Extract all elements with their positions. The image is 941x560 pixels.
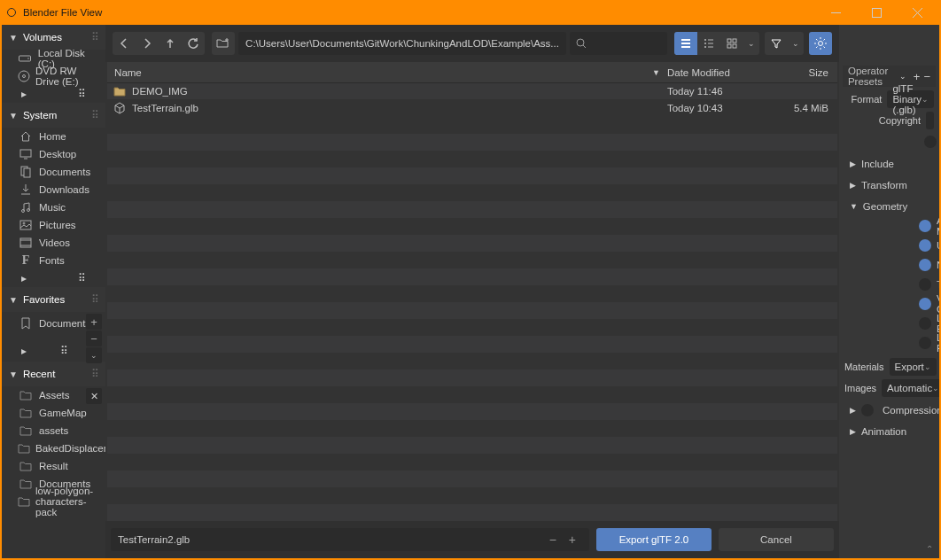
favorite-menu-button[interactable]: ⌄ (86, 347, 102, 363)
recent-item[interactable]: GameMap (2, 404, 105, 422)
parent-button[interactable] (159, 32, 182, 55)
column-name[interactable]: Name▼ (107, 67, 667, 78)
forward-button[interactable] (136, 32, 159, 55)
svg-rect-1 (872, 8, 881, 17)
checkbox-icon[interactable] (919, 239, 931, 252)
svg-point-24 (704, 39, 706, 41)
folder-icon (18, 496, 30, 507)
checkbox-icon[interactable] (919, 337, 931, 349)
system-videos[interactable]: Videos (2, 234, 105, 252)
transform-section[interactable]: ▶Transform (839, 175, 939, 195)
column-headers: Name▼ Date Modified Size (107, 62, 837, 83)
opt-tangents[interactable]: Tangents (839, 275, 939, 294)
checkbox-icon[interactable] (861, 404, 874, 416)
grip-icon[interactable]: ⠿ (91, 368, 98, 380)
checkbox-icon[interactable] (919, 278, 931, 291)
decrement-button[interactable]: − (543, 533, 563, 547)
volumes-header[interactable]: ▼ Volumes ⠿ (2, 25, 105, 50)
remember-checkbox[interactable] (924, 136, 937, 148)
path-input[interactable]: C:\Users\User\Documents\GitWork\Chunking… (238, 32, 566, 55)
cancel-button[interactable]: Cancel (719, 528, 834, 551)
system-desktop[interactable]: Desktop (2, 145, 105, 163)
back-button[interactable] (113, 32, 136, 55)
file-row-file[interactable]: TestTerrain.glb Today 10:43 5.4 MiB (107, 100, 837, 117)
new-folder-button[interactable] (212, 32, 235, 55)
images-dropdown[interactable]: Automatic⌄ (882, 379, 939, 397)
videos-icon (18, 237, 34, 248)
recent-item[interactable]: low-polygon-characters-pack (2, 493, 105, 510)
file-row-folder[interactable]: DEMO_IMG Today 11:46 (107, 83, 837, 100)
filter-options-button[interactable]: ⌄ (788, 32, 804, 55)
checkbox-icon[interactable] (919, 259, 931, 271)
opt-uvs[interactable]: UVs (839, 236, 939, 255)
minimize-button[interactable] (815, 0, 856, 25)
recent-clear-button[interactable]: ✕ (86, 388, 102, 404)
opt-apply-modifiers[interactable]: Apply Modifiers (839, 216, 939, 236)
system-pictures[interactable]: Pictures (2, 216, 105, 234)
svg-rect-11 (24, 168, 30, 177)
chevron-down-icon: ⌄ (932, 384, 939, 393)
chevron-down-icon: ⌄ (899, 72, 906, 81)
recent-header[interactable]: ▼ Recent ⠿ (2, 362, 105, 386)
system-header[interactable]: ▼ System ⠿ (2, 103, 105, 128)
maximize-button[interactable] (856, 0, 897, 25)
geometry-section[interactable]: ▼Geometry (839, 197, 939, 216)
opt-loose-edges[interactable]: Loose Edges (839, 314, 939, 333)
svg-rect-33 (733, 44, 736, 48)
volume-dvd-drive[interactable]: DVD RW Drive (E:) (2, 67, 105, 85)
system-home[interactable]: Home (2, 128, 105, 145)
checkbox-icon[interactable] (919, 220, 931, 232)
filename-input[interactable]: TestTerrain2.glb − + (111, 528, 589, 551)
recent-item[interactable]: assets (2, 422, 105, 439)
view-options-button[interactable]: ⌄ (743, 32, 759, 55)
opt-vertex-colors[interactable]: Vertex Colors (839, 294, 939, 314)
presets-dropdown[interactable]: Operator Presets ⌄ + − (843, 66, 936, 87)
grip-icon[interactable]: ⠿ (91, 293, 98, 306)
checkbox-icon[interactable] (919, 317, 931, 330)
include-section[interactable]: ▶Include (839, 154, 939, 174)
favorite-add-button[interactable]: + (86, 314, 102, 330)
recent-item[interactable]: BakedDisplacements (2, 439, 105, 457)
file-list-empty-area[interactable] (107, 117, 837, 521)
system-downloads[interactable]: Downloads (2, 181, 105, 198)
volumes-footer: ▸⠿ (2, 85, 105, 103)
column-size[interactable]: Size (774, 67, 837, 78)
recent-item[interactable]: Result (2, 457, 105, 475)
grip-icon[interactable]: ⠿ (91, 109, 98, 121)
svg-rect-32 (727, 44, 731, 48)
view-detail-button[interactable] (697, 32, 720, 55)
preset-remove-button[interactable]: − (923, 70, 930, 83)
close-button[interactable] (897, 0, 937, 25)
compression-section[interactable]: ▶Compression (839, 401, 939, 420)
view-grid-button[interactable] (720, 32, 743, 55)
favorite-remove-button[interactable]: − (86, 331, 102, 346)
system-music[interactable]: Music (2, 198, 105, 216)
copyright-input[interactable] (926, 112, 934, 129)
settings-button[interactable] (809, 32, 832, 55)
checkbox-icon[interactable] (919, 298, 931, 310)
increment-button[interactable]: + (563, 533, 582, 547)
opt-normals[interactable]: Normals (839, 255, 939, 275)
grip-icon[interactable]: ⠿ (91, 31, 98, 43)
system-documents[interactable]: Documents (2, 163, 105, 181)
preset-add-button[interactable]: + (914, 70, 921, 83)
refresh-button[interactable] (182, 32, 205, 55)
view-list-button[interactable] (674, 32, 697, 55)
volume-local-disk[interactable]: Local Disk (C:) (2, 50, 105, 67)
folder-icon (18, 478, 34, 489)
search-input[interactable] (570, 32, 667, 55)
svg-rect-10 (21, 167, 27, 175)
svg-point-15 (23, 222, 25, 224)
format-dropdown[interactable]: glTF Binary (.glb)⌄ (887, 90, 934, 108)
system-fonts[interactable]: FFonts (2, 252, 105, 269)
folder-icon (18, 408, 34, 418)
materials-dropdown[interactable]: Export⌄ (890, 358, 937, 376)
documents-icon (18, 166, 34, 178)
animation-section[interactable]: ▶Animation (839, 422, 939, 441)
export-button[interactable]: Export glTF 2.0 (596, 528, 712, 551)
column-date[interactable]: Date Modified (667, 67, 774, 78)
opt-loose-points[interactable]: Loose Points (839, 333, 939, 353)
favorites-header[interactable]: ▼ Favorites ⠿ (2, 287, 105, 312)
panel-expand-icon[interactable]: ⌃ (923, 542, 936, 555)
filter-button[interactable] (765, 32, 788, 55)
